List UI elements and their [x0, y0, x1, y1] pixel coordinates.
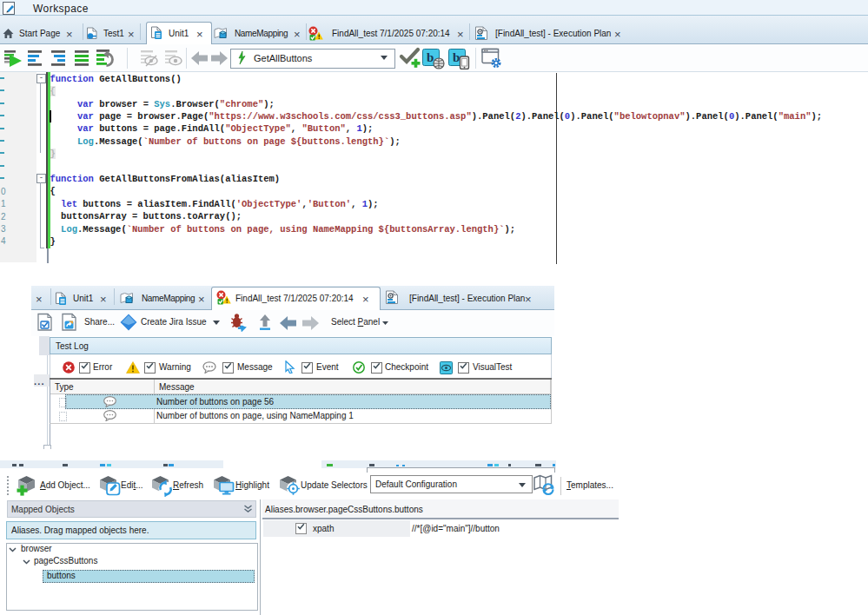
- svg-text:b: b: [453, 50, 460, 64]
- svg-text:b: b: [427, 50, 434, 64]
